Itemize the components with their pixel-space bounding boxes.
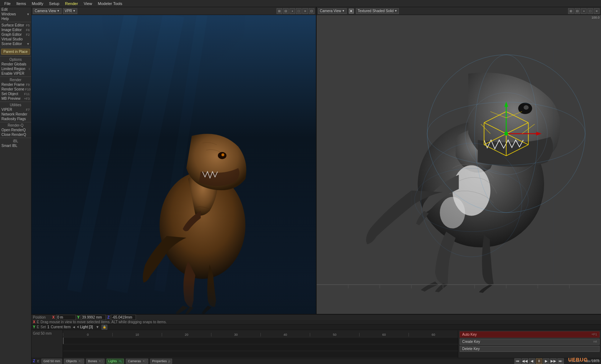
vp-icon-r1[interactable]: ⊞	[568, 8, 574, 14]
vp-icon-r5[interactable]: ≡	[594, 8, 600, 14]
vp-icon-1[interactable]: ⊞	[277, 8, 282, 14]
sidebar-limited-region[interactable]: Limited Region I	[0, 67, 31, 71]
mark-10: 10	[112, 333, 162, 336]
sidebar-windows[interactable]: Windows ▼	[0, 12, 31, 16]
sidebar-open-renderq[interactable]: Open RenderQ	[0, 128, 31, 132]
uebug-logo: UEBUG .com	[568, 357, 600, 363]
shading-toggle[interactable]: ■	[349, 9, 354, 14]
sidebar-graph-editor[interactable]: Graph Editor F2	[0, 32, 31, 37]
viewport-right[interactable]: Camera View ▼ ■ Textured Shaded Solid ▼ …	[317, 7, 601, 314]
viewports: Camera View ▼ VPR ▼ ⊞ ⊟ ▪ □ ≡ ⊡	[31, 7, 601, 314]
sidebar-smart-ibl[interactable]: Smart IBL	[0, 143, 31, 148]
cameras-btn[interactable]: Cameras +□	[126, 359, 148, 364]
sidebar-render-frame[interactable]: Render Frame F9	[0, 82, 31, 87]
mark-0: 0	[63, 333, 112, 336]
sidebar-network-render[interactable]: Network Render	[0, 112, 31, 117]
sidebar-close-renderq[interactable]: Close RenderQ	[0, 132, 31, 137]
viewport-right-header: Camera View ▼ ■ Textured Shaded Solid ▼ …	[317, 7, 601, 15]
pause-btn[interactable]: ⏸	[536, 358, 542, 364]
vp-icon-4[interactable]: □	[296, 8, 302, 14]
menu-render[interactable]: Render	[62, 1, 81, 6]
sidebar-enable-viper[interactable]: Enable VIPER	[0, 71, 31, 76]
skip-start-btn[interactable]: ⏮	[514, 358, 521, 364]
y-position-input[interactable]	[81, 315, 106, 320]
sidebar-divider-3	[0, 56, 31, 56]
menu-view[interactable]: View	[81, 1, 95, 6]
sidebar-edit[interactable]: Edit	[0, 7, 31, 12]
objects-btn[interactable]: Objects +□	[64, 359, 84, 364]
lights-btn[interactable]: Lights +L	[107, 359, 124, 364]
svg-point-30	[504, 132, 508, 136]
vpr-dropdown[interactable]: VPR ▼	[63, 8, 77, 14]
menu-modify[interactable]: Modify	[29, 1, 46, 6]
viewport-left[interactable]: Camera View ▼ VPR ▼ ⊞ ⊟ ▪ □ ≡ ⊡	[31, 7, 317, 314]
vp-icon-3[interactable]: ▪	[289, 8, 295, 14]
z-position-input[interactable]	[111, 315, 136, 320]
viewport-right-icons: ⊞ ⊟ ▪ □ ≡	[568, 8, 600, 14]
viewport-left-icons: ⊞ ⊟ ▪ □ ≡ ⊡	[277, 8, 314, 14]
mark-60: 60	[359, 333, 409, 336]
mark-40: 40	[260, 333, 310, 336]
wireframe-view: 100.0	[317, 15, 601, 314]
sidebar-set-object[interactable]: Set Object F11	[0, 92, 31, 96]
menu-setup[interactable]: Setup	[46, 1, 62, 6]
vp-icon-5[interactable]: ≡	[302, 8, 308, 14]
play-rev-btn[interactable]: ◀	[529, 358, 535, 364]
menu-modeler-tools[interactable]: Modeler Tools	[95, 1, 125, 6]
mark-20: 20	[162, 333, 211, 336]
trex-wireframe	[317, 15, 601, 314]
sidebar-image-editor[interactable]: Image Editor F6	[0, 28, 31, 32]
sidebar-radiosity-flags[interactable]: Radiosity Flags	[0, 117, 31, 121]
timeline-track-3[interactable]	[63, 351, 458, 358]
sidebar-mb-preview[interactable]: MB Preview +F3	[0, 96, 31, 101]
textured-shaded-dropdown[interactable]: Textured Shaded Solid ▼	[356, 8, 399, 14]
position-bar: Position X Y Z	[31, 315, 601, 320]
sidebar: Edit Windows ▼ Help Surface Editor F5 Im…	[0, 7, 31, 364]
camera-view-dropdown-left[interactable]: Camera View ▼	[33, 8, 62, 14]
sidebar-virtual-studio[interactable]: Virtual Studio	[0, 37, 31, 41]
sidebar-render-globals[interactable]: Render Globals	[0, 62, 31, 67]
play-btn[interactable]: ▶	[543, 358, 549, 364]
timeline-ruler[interactable]: 0 10 20 30 40 50 60 60	[63, 330, 458, 358]
item-lock-btn[interactable]: 🔒	[102, 325, 107, 330]
vp-icon-2[interactable]: ⊟	[283, 8, 289, 14]
auto-key-button[interactable]: Auto Key +F1	[460, 331, 600, 338]
sidebar-divider-5	[0, 102, 31, 102]
sidebar-divider-2	[0, 47, 31, 47]
position-label: Position	[33, 315, 51, 319]
x-position-input[interactable]	[56, 315, 76, 320]
delete-key-button[interactable]: Delete Key	[460, 346, 600, 352]
prev-frame-btn[interactable]: ◀◀	[522, 358, 528, 364]
skip-end-btn[interactable]: ⏭	[557, 358, 564, 364]
z-axis-label: Z	[107, 315, 109, 319]
sidebar-viper[interactable]: VIPER F7	[0, 107, 31, 112]
vp-icon-r2[interactable]: ⊟	[575, 8, 580, 14]
properties-btn[interactable]: Properties p	[150, 359, 172, 364]
y-axis-label: Y	[77, 315, 80, 319]
sidebar-scene-editor[interactable]: Scene Editor ▼	[0, 41, 31, 46]
timeline-left-panel: Grid 50 mm	[31, 330, 63, 358]
vp-icon-r3[interactable]: ▪	[581, 8, 587, 14]
sidebar-divider-7	[0, 138, 31, 138]
sidebar-help[interactable]: Help	[0, 16, 31, 21]
sidebar-render-scene[interactable]: Render Scene F10	[0, 87, 31, 92]
info-bar: X E Drag mouse in view to move selected …	[31, 320, 601, 325]
vp-icon-r4[interactable]: □	[587, 8, 593, 14]
timeline-track-1[interactable]	[63, 338, 458, 344]
bones-btn[interactable]: Bones +□	[86, 359, 104, 364]
sidebar-divider-4	[0, 77, 31, 77]
info-x-label: X	[33, 320, 35, 324]
sidebar-surface-editor[interactable]: Surface Editor F5	[0, 23, 31, 28]
camera-view-dropdown-right[interactable]: Camera View ▼	[318, 8, 347, 14]
key-buttons-row: Auto Key +F1	[460, 331, 600, 338]
timeline-track-2[interactable]	[63, 344, 458, 351]
vp-icon-6[interactable]: ⊡	[309, 8, 314, 14]
info-text: Drag mouse in view to move selected item…	[40, 320, 167, 324]
next-frame-btn[interactable]: ▶▶	[550, 358, 557, 364]
ruler-marks: 0 10 20 30 40 50 60 60	[63, 330, 458, 337]
grid-btn[interactable]: Grid 50 mm	[41, 359, 62, 364]
menu-items[interactable]: Items	[14, 1, 29, 6]
create-key-button[interactable]: Create Key ret	[460, 339, 600, 345]
parent-in-place-button[interactable]: Parent in Place	[1, 49, 30, 55]
menu-file[interactable]: File	[1, 1, 14, 6]
